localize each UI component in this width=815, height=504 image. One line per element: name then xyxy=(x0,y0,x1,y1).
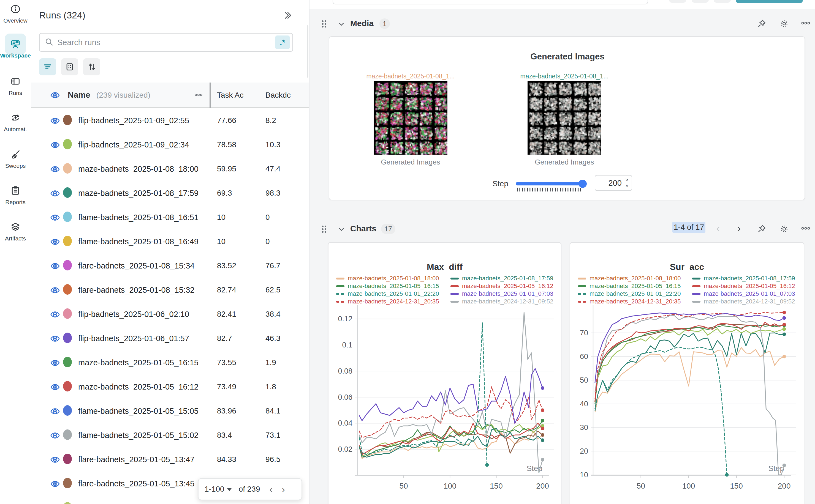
sidebar-item-overview[interactable]: Overview xyxy=(0,1,31,24)
workspace-search-input[interactable] xyxy=(333,0,648,4)
charts-section-title[interactable]: Charts xyxy=(350,224,376,233)
visibility-eye-icon[interactable] xyxy=(50,164,60,175)
sidebar-item-runs[interactable]: Runs xyxy=(0,74,31,96)
legend-item[interactable]: maze-badnets_2025-01-01_22:20 xyxy=(336,290,439,298)
run-name[interactable]: flip-badnets_2025-01-09_02:55 xyxy=(78,116,189,125)
chevron-down-icon[interactable] xyxy=(338,226,345,234)
primary-action-button[interactable] xyxy=(736,0,803,3)
chart-line[interactable] xyxy=(595,347,727,475)
next-page-button[interactable]: › xyxy=(282,484,285,494)
search-input[interactable] xyxy=(57,38,275,47)
chart-line[interactable] xyxy=(595,324,784,401)
legend-item[interactable]: maze-badnets_2025-01-08_17:59 xyxy=(692,275,795,282)
visibility-eye-icon[interactable] xyxy=(50,213,60,224)
run-name[interactable]: flare-badnets_2025-01-08_15:32 xyxy=(78,286,194,295)
legend-item[interactable]: maze-badnets_2025-01-05_16:15 xyxy=(336,282,439,290)
filter-button[interactable] xyxy=(39,58,56,75)
chart-plot[interactable]: 1020304050607050100150200Step xyxy=(571,300,803,504)
table-row[interactable]: flip-badnets_2025-01-06_02:1082.4138.4 xyxy=(31,302,310,326)
run-name[interactable]: flip-badnets_2025-01-06_01:57 xyxy=(78,334,189,343)
run-name[interactable]: flare-badnets_2025-01-08_15:34 xyxy=(78,261,194,270)
charts-pagination-range[interactable]: 1-4 of 17 xyxy=(672,222,706,233)
gear-icon[interactable] xyxy=(779,19,789,30)
sidebar-item-sweeps[interactable]: Sweeps xyxy=(0,147,31,169)
visibility-eye-icon[interactable] xyxy=(50,382,60,393)
step-slider[interactable] xyxy=(516,182,586,185)
media-section-title[interactable]: Media xyxy=(350,19,374,28)
toolbar-button-2[interactable] xyxy=(692,0,709,3)
prev-page-button[interactable]: ‹ xyxy=(269,484,272,494)
column-header-name[interactable]: Name xyxy=(68,90,90,100)
page-range-dropdown[interactable]: 1-100 xyxy=(205,485,225,494)
legend-item[interactable]: maze-badnets_2025-01-08_18:00 xyxy=(578,275,681,282)
toolbar-button-3[interactable] xyxy=(714,0,731,3)
visibility-eye-icon[interactable] xyxy=(50,431,60,442)
charts-next-page-icon[interactable]: › xyxy=(737,223,741,234)
generated-image-grid[interactable] xyxy=(374,81,447,155)
visibility-eye-icon[interactable] xyxy=(50,261,60,272)
table-row[interactable]: flame-badnets_2025-01-08_16:51100 xyxy=(31,205,310,229)
sort-button[interactable] xyxy=(83,58,100,75)
spinner-down-icon[interactable]: ˄ xyxy=(624,183,630,189)
legend-item[interactable]: maze-badnets_2025-01-01_22:20 xyxy=(578,290,681,298)
drag-handle-icon[interactable] xyxy=(321,224,328,235)
chart-plot[interactable]: 0.020.040.060.080.10.1250100150200Step xyxy=(329,300,561,504)
chart-line[interactable] xyxy=(595,325,784,404)
overflow-menu-icon[interactable] xyxy=(800,224,811,233)
gear-icon[interactable] xyxy=(779,224,789,235)
table-row[interactable]: flame-badnets_2025-01-08_16:49100 xyxy=(31,229,310,253)
legend-item[interactable]: maze-badnets_2025-01-01_07:03 xyxy=(692,290,795,298)
legend-item[interactable]: maze-badnets_2025-01-01_07:03 xyxy=(450,290,553,298)
run-name[interactable]: maze-badnets_2025-01-05_16:15 xyxy=(78,358,198,367)
run-name[interactable]: maze-badnets_2025-01-08_17:59 xyxy=(78,189,198,198)
chart-line[interactable] xyxy=(595,333,784,409)
columns-button[interactable] xyxy=(61,58,78,75)
legend-item[interactable]: maze-badnets_2025-01-08_18:00 xyxy=(336,275,439,282)
table-row[interactable]: flip-badnets_2025-01-06_01:5782.746.3 xyxy=(31,326,310,350)
table-row[interactable]: flip-badnets_2025-01-09_02:5577.668.2 xyxy=(31,108,310,132)
table-row[interactable]: flare-badnets_2025-01-08_15:3483.5276.7 xyxy=(31,253,310,277)
table-row[interactable]: flip-badnets_2025-01-09_02:3478.5810.3 xyxy=(31,132,310,156)
table-row[interactable]: flame-badnets_2025-01-05_15:0583.9684.1 xyxy=(31,398,310,423)
pin-icon[interactable] xyxy=(757,19,767,30)
visibility-eye-icon[interactable] xyxy=(50,140,60,151)
table-row[interactable]: maze-badnets_2025-01-05_16:1573.551.9 xyxy=(31,350,310,374)
charts-prev-page-icon[interactable]: ‹ xyxy=(717,223,720,234)
run-name[interactable]: flame-badnets_2025-01-08_16:49 xyxy=(78,237,198,246)
table-row[interactable]: flare-badnets_2025-01-08_15:3282.7462.5 xyxy=(31,277,310,302)
legend-item[interactable]: maze-badnets_2025-01-05_16:12 xyxy=(692,282,795,290)
chart-line[interactable] xyxy=(595,328,784,401)
regex-toggle-button[interactable]: .* xyxy=(275,35,290,49)
column-resize-divider[interactable] xyxy=(210,83,211,108)
spinner-up-icon[interactable]: ˃ xyxy=(624,177,630,183)
run-name[interactable]: flip-badnets_2025-01-09_02:34 xyxy=(78,140,189,149)
collapse-panel-icon[interactable] xyxy=(283,10,293,21)
visibility-eye-icon[interactable] xyxy=(50,188,60,199)
sidebar-item-artifacts[interactable]: Artifacts xyxy=(0,219,31,242)
overflow-menu-icon[interactable] xyxy=(194,91,203,100)
visibility-eye-icon[interactable] xyxy=(50,237,60,248)
visibility-eye-icon[interactable] xyxy=(50,455,60,466)
table-row[interactable]: flare-badnets_2025-01-05_13:4784.3396.5 xyxy=(31,447,310,471)
visibility-eye-icon[interactable] xyxy=(50,479,60,490)
run-name[interactable]: flare-badnets_2025-01-05_13:47 xyxy=(78,455,194,464)
visibility-eye-icon[interactable] xyxy=(50,90,60,101)
run-name[interactable]: flip-badnets_2025-01-06_02:10 xyxy=(78,310,189,319)
chart-panel-sur-acc[interactable]: Sur_accmaze-badnets_2025-01-08_18:00maze… xyxy=(570,242,804,504)
chart-line[interactable] xyxy=(359,313,543,473)
legend-item[interactable]: maze-badnets_2025-01-08_17:59 xyxy=(450,275,553,282)
visibility-eye-icon[interactable] xyxy=(50,309,60,321)
overflow-menu-icon[interactable] xyxy=(800,19,811,28)
visibility-eye-icon[interactable] xyxy=(50,285,60,296)
run-name[interactable]: flare-badnets_2025-01-05_13:45 xyxy=(78,479,194,488)
column-header-task-acc[interactable]: Task Ac xyxy=(217,91,261,100)
chart-line[interactable] xyxy=(359,368,543,423)
sidebar-item-reports[interactable]: Reports xyxy=(0,183,31,206)
run-name[interactable]: flame-badnets_2025-01-08_16:51 xyxy=(78,213,198,222)
sidebar-item-automat[interactable]: Automat. xyxy=(0,110,31,133)
run-name[interactable]: flame-badnets_2025-01-05_15:05 xyxy=(78,407,198,416)
step-input[interactable] xyxy=(595,176,622,190)
chart-line[interactable] xyxy=(595,347,784,412)
sidebar-item-workspace[interactable]: Workspace xyxy=(0,36,31,59)
visibility-eye-icon[interactable] xyxy=(50,358,60,369)
